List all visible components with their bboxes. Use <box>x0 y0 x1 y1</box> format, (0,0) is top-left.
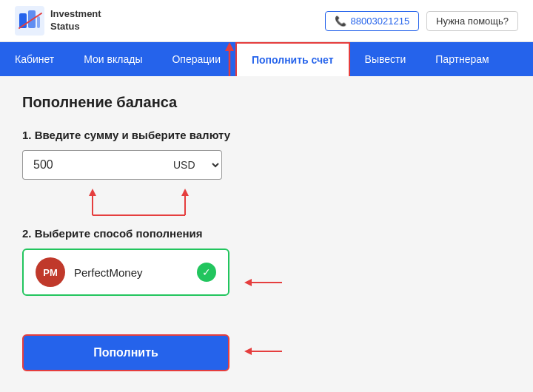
svg-marker-10 <box>244 279 252 286</box>
svg-marker-12 <box>244 348 252 355</box>
logo-area: Investment Status <box>15 6 101 36</box>
svg-rect-3 <box>37 16 40 28</box>
pm-logo: PM <box>36 257 65 287</box>
nav-item-withdraw[interactable]: Вывести <box>350 43 421 75</box>
main-nav: Кабинет Мои вклады Операции Пополнить сч… <box>0 42 533 76</box>
svg-marker-5 <box>89 189 96 196</box>
logo-icon <box>15 6 44 36</box>
currency-select[interactable]: USD EUR RUB <box>163 150 222 180</box>
content-area: 1. Введите сумму и выберите валюту USD E… <box>22 129 511 371</box>
amount-currency-row: USD EUR RUB <box>22 150 229 180</box>
phone-icon: 📞 <box>335 16 346 27</box>
submit-button[interactable]: Пополнить <box>22 334 229 371</box>
brand-name: Investment Status <box>50 8 101 33</box>
step2-label: 2. Выберите способ пополнения <box>22 227 511 240</box>
nav-item-partners[interactable]: Партнерам <box>420 43 503 75</box>
arrow-amount-annotation <box>22 187 259 217</box>
arrow-pm-annotation <box>241 271 286 294</box>
payment-method-perfectmoney[interactable]: PM PerfectMoney ✓ <box>22 249 229 296</box>
header-right: 📞 88003021215 Нужна помощь? <box>325 11 518 31</box>
nav-item-topup[interactable]: Пополнить счет <box>235 42 350 76</box>
arrow-submit-svg <box>241 340 286 362</box>
main-content: Пополнение баланса 1. Введите сумму и вы… <box>0 76 533 389</box>
arrow-pm-svg <box>241 271 286 294</box>
help-button[interactable]: Нужна помощь? <box>426 11 518 31</box>
svg-marker-7 <box>181 189 189 196</box>
nav-item-deposits[interactable]: Мои вклады <box>69 43 157 75</box>
phone-number: 88003021215 <box>351 16 410 27</box>
help-label: Нужна помощь? <box>436 16 509 27</box>
arrow-amount-svg <box>22 187 259 217</box>
nav-item-operations[interactable]: Операции <box>157 43 235 75</box>
nav-item-cabinet[interactable]: Кабинет <box>0 43 69 75</box>
amount-input[interactable] <box>22 150 163 180</box>
arrow-submit-annotation <box>241 340 286 365</box>
step1-label: 1. Введите сумму и выберите валюту <box>22 129 511 141</box>
submit-row: Пополнить <box>22 334 511 371</box>
pm-check-icon: ✓ <box>197 263 216 282</box>
pm-name: PerfectMoney <box>74 266 188 279</box>
phone-button[interactable]: 📞 88003021215 <box>325 11 420 31</box>
header: Investment Status 📞 88003021215 Нужна по… <box>0 0 533 42</box>
page-title: Пополнение баланса <box>22 94 511 111</box>
